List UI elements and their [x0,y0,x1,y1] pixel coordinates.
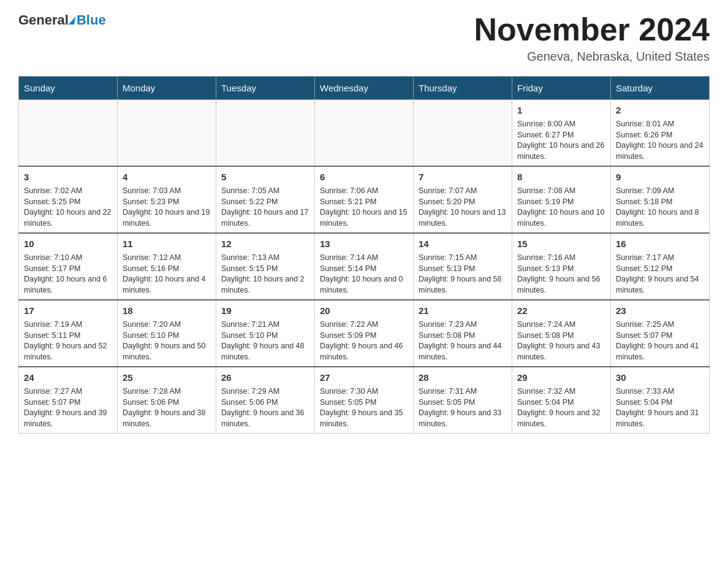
calendar-day-cell: 10Sunrise: 7:10 AM Sunset: 5:17 PM Dayli… [19,233,118,300]
calendar-day-cell: 23Sunrise: 7:25 AM Sunset: 5:07 PM Dayli… [611,300,710,367]
calendar-day-cell: 5Sunrise: 7:05 AM Sunset: 5:22 PM Daylig… [216,166,315,233]
day-info: Sunrise: 7:19 AM Sunset: 5:11 PM Dayligh… [24,320,112,362]
day-number: 16 [616,237,704,250]
day-number: 11 [123,237,211,250]
weekday-header-friday: Friday [512,77,611,100]
day-info: Sunrise: 7:10 AM Sunset: 5:17 PM Dayligh… [24,253,112,296]
calendar-day-cell: 9Sunrise: 7:09 AM Sunset: 5:18 PM Daylig… [611,166,710,233]
day-info: Sunrise: 7:29 AM Sunset: 5:06 PM Dayligh… [221,386,309,429]
day-info: Sunrise: 7:24 AM Sunset: 5:08 PM Dayligh… [517,320,605,362]
logo-blue-text: Blue [77,12,106,28]
calendar-day-cell: 25Sunrise: 7:28 AM Sunset: 5:06 PM Dayli… [118,367,216,434]
day-info: Sunrise: 7:28 AM Sunset: 5:06 PM Dayligh… [123,386,211,429]
calendar-day-cell: 11Sunrise: 7:12 AM Sunset: 5:16 PM Dayli… [118,233,216,300]
day-number: 13 [320,237,408,250]
main-title: November 2024 [474,12,710,47]
day-number: 25 [123,371,211,384]
calendar-day-cell: 4Sunrise: 7:03 AM Sunset: 5:23 PM Daylig… [118,166,216,233]
day-info: Sunrise: 7:22 AM Sunset: 5:09 PM Dayligh… [320,320,408,362]
calendar-day-cell: 21Sunrise: 7:23 AM Sunset: 5:08 PM Dayli… [414,300,512,367]
weekday-header-thursday: Thursday [414,77,512,100]
weekday-header-monday: Monday [118,77,216,100]
day-number: 19 [221,304,309,317]
day-info: Sunrise: 8:00 AM Sunset: 6:27 PM Dayligh… [517,119,605,162]
day-number: 1 [517,104,605,117]
calendar-day-cell: 17Sunrise: 7:19 AM Sunset: 5:11 PM Dayli… [19,300,118,367]
day-info: Sunrise: 7:13 AM Sunset: 5:15 PM Dayligh… [221,253,309,296]
calendar-day-cell: 13Sunrise: 7:14 AM Sunset: 5:14 PM Dayli… [315,233,414,300]
weekday-header-sunday: Sunday [19,77,118,100]
day-number: 12 [221,237,309,250]
calendar-day-cell: 15Sunrise: 7:16 AM Sunset: 5:13 PM Dayli… [512,233,611,300]
day-info: Sunrise: 7:07 AM Sunset: 5:20 PM Dayligh… [419,186,507,229]
day-number: 7 [419,170,507,183]
subtitle: Geneva, Nebraska, United States [474,50,710,64]
day-info: Sunrise: 7:15 AM Sunset: 5:13 PM Dayligh… [419,253,507,296]
calendar-day-cell: 18Sunrise: 7:20 AM Sunset: 5:10 PM Dayli… [118,300,216,367]
day-number: 26 [221,371,309,384]
weekday-header-tuesday: Tuesday [216,77,315,100]
day-number: 15 [517,237,605,250]
day-number: 2 [616,104,704,117]
day-info: Sunrise: 8:01 AM Sunset: 6:26 PM Dayligh… [616,119,704,162]
day-number: 3 [24,170,112,183]
calendar-day-cell: 2Sunrise: 8:01 AM Sunset: 6:26 PM Daylig… [611,100,710,167]
day-info: Sunrise: 7:06 AM Sunset: 5:21 PM Dayligh… [320,186,408,229]
day-info: Sunrise: 7:25 AM Sunset: 5:07 PM Dayligh… [616,320,704,362]
day-info: Sunrise: 7:12 AM Sunset: 5:16 PM Dayligh… [123,253,211,296]
day-info: Sunrise: 7:31 AM Sunset: 5:05 PM Dayligh… [419,386,507,429]
day-number: 29 [517,371,605,384]
calendar-day-cell [315,100,414,167]
day-info: Sunrise: 7:32 AM Sunset: 5:04 PM Dayligh… [517,386,605,429]
day-info: Sunrise: 7:27 AM Sunset: 5:07 PM Dayligh… [24,386,112,429]
calendar-day-cell [216,100,315,167]
day-number: 8 [517,170,605,183]
calendar-day-cell [414,100,512,167]
calendar-day-cell: 7Sunrise: 7:07 AM Sunset: 5:20 PM Daylig… [414,166,512,233]
page-header: General Blue November 2024 Geneva, Nebra… [18,12,710,64]
day-number: 17 [24,304,112,317]
day-number: 14 [419,237,507,250]
day-number: 6 [320,170,408,183]
title-area: November 2024 Geneva, Nebraska, United S… [474,12,710,64]
weekday-header-wednesday: Wednesday [315,77,414,100]
calendar-day-cell: 27Sunrise: 7:30 AM Sunset: 5:05 PM Dayli… [315,367,414,434]
calendar-day-cell: 3Sunrise: 7:02 AM Sunset: 5:25 PM Daylig… [19,166,118,233]
day-info: Sunrise: 7:30 AM Sunset: 5:05 PM Dayligh… [320,386,408,429]
calendar-week-row: 17Sunrise: 7:19 AM Sunset: 5:11 PM Dayli… [19,300,710,367]
day-info: Sunrise: 7:20 AM Sunset: 5:10 PM Dayligh… [123,320,211,362]
day-number: 5 [221,170,309,183]
calendar-day-cell: 22Sunrise: 7:24 AM Sunset: 5:08 PM Dayli… [512,300,611,367]
day-number: 22 [517,304,605,317]
day-info: Sunrise: 7:14 AM Sunset: 5:14 PM Dayligh… [320,253,408,296]
weekday-header-saturday: Saturday [611,77,710,100]
day-number: 30 [616,371,704,384]
day-number: 21 [419,304,507,317]
calendar-week-row: 3Sunrise: 7:02 AM Sunset: 5:25 PM Daylig… [19,166,710,233]
day-info: Sunrise: 7:08 AM Sunset: 5:19 PM Dayligh… [517,186,605,229]
day-number: 9 [616,170,704,183]
calendar-day-cell: 30Sunrise: 7:33 AM Sunset: 5:04 PM Dayli… [611,367,710,434]
day-info: Sunrise: 7:33 AM Sunset: 5:04 PM Dayligh… [616,386,704,429]
calendar-header-row: SundayMondayTuesdayWednesdayThursdayFrid… [19,77,710,100]
day-info: Sunrise: 7:05 AM Sunset: 5:22 PM Dayligh… [221,186,309,229]
day-number: 18 [123,304,211,317]
day-number: 28 [419,371,507,384]
day-info: Sunrise: 7:09 AM Sunset: 5:18 PM Dayligh… [616,186,704,229]
calendar-day-cell: 14Sunrise: 7:15 AM Sunset: 5:13 PM Dayli… [414,233,512,300]
calendar-day-cell [118,100,216,167]
day-number: 10 [24,237,112,250]
day-info: Sunrise: 7:02 AM Sunset: 5:25 PM Dayligh… [24,186,112,229]
calendar-day-cell: 19Sunrise: 7:21 AM Sunset: 5:10 PM Dayli… [216,300,315,367]
calendar-day-cell: 1Sunrise: 8:00 AM Sunset: 6:27 PM Daylig… [512,100,611,167]
day-number: 20 [320,304,408,317]
day-number: 4 [123,170,211,183]
day-info: Sunrise: 7:17 AM Sunset: 5:12 PM Dayligh… [616,253,704,296]
day-info: Sunrise: 7:21 AM Sunset: 5:10 PM Dayligh… [221,320,309,362]
day-number: 27 [320,371,408,384]
calendar-day-cell: 20Sunrise: 7:22 AM Sunset: 5:09 PM Dayli… [315,300,414,367]
calendar-day-cell: 6Sunrise: 7:06 AM Sunset: 5:21 PM Daylig… [315,166,414,233]
logo: General Blue [18,12,106,28]
calendar-day-cell: 26Sunrise: 7:29 AM Sunset: 5:06 PM Dayli… [216,367,315,434]
calendar-table: SundayMondayTuesdayWednesdayThursdayFrid… [18,76,710,434]
